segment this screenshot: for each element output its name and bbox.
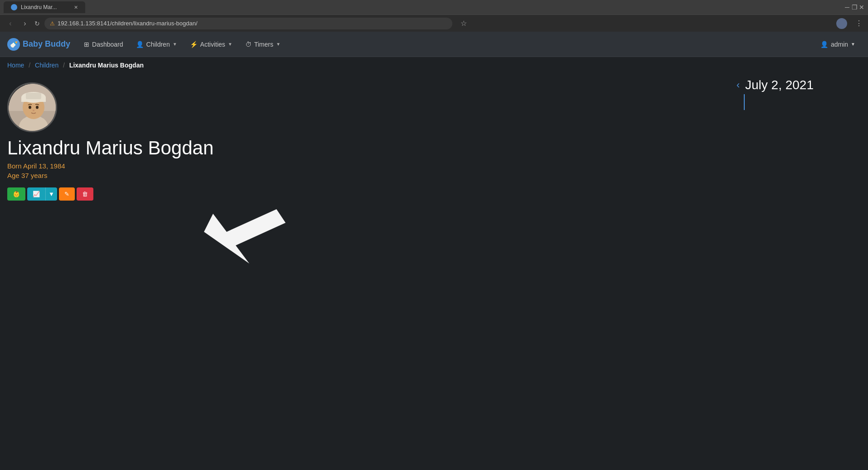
born-label: Born [7,162,22,170]
date-navigator: ‹ July 2, 2021 [737,78,814,110]
action-buttons: 👶 📈 ▼ ✎ 🗑 [7,187,213,201]
close-window-button[interactable]: ✕ [859,5,864,10]
back-button[interactable]: ‹ [5,19,15,29]
admin-user-icon: 👤 [820,41,828,48]
pointer-arrow [204,200,295,273]
timers-nav-icon: ⏱ [245,41,252,48]
edit-icon: ✎ [64,191,69,197]
activities-nav-icon: ⚡ [190,41,198,48]
browser-chrome: Lixandru Mar... ✕ ─ ❐ ✕ ‹ › ↻ ⚠ 192.168.… [0,0,868,32]
nav-dashboard[interactable]: ⊞ Dashboard [78,32,130,57]
child-avatar [7,82,57,132]
date-cursor [744,94,745,110]
address-bar: ‹ › ↻ ⚠ 192.168.1.135:8141/children/lixa… [0,14,868,32]
child-born: Born April 13, 1984 [7,162,213,170]
refresh-button[interactable]: ↻ [34,20,40,27]
breadcrumb-home[interactable]: Home [7,62,24,69]
stats-button-group: 📈 ▼ [27,187,57,201]
stats-dropdown-button[interactable]: ▼ [45,187,57,201]
children-nav-icon: 👤 [136,41,144,48]
app-navbar: 🍼 Baby Buddy ⊞ Dashboard 👤 Children ▼ ⚡ … [0,32,868,57]
security-icon: ⚠ [50,20,55,27]
browser-menu-button[interactable]: ⋮ [855,19,863,28]
dashboard-icon: ⊞ [84,41,89,48]
born-date: April 13, 1984 [23,162,65,170]
date-display: July 2, 2021 [745,78,814,92]
svg-rect-10 [26,93,41,99]
date-prev-button[interactable]: ‹ [737,79,740,91]
activities-caret-icon: ▼ [228,42,233,47]
age-label: Age [7,172,19,179]
profile-button[interactable] [836,18,847,29]
bookmark-button[interactable]: ☆ [461,19,467,28]
timers-caret-icon: ▼ [276,42,281,47]
main-content: Lixandru Marius Bogdan Born April 13, 19… [0,73,868,210]
forward-button[interactable]: › [20,19,30,29]
breadcrumb-children[interactable]: Children [35,62,58,69]
maximize-button[interactable]: ❐ [852,5,857,10]
svg-point-9 [33,110,34,111]
brand-text: Baby Buddy [23,39,70,49]
tab-close-button[interactable]: ✕ [74,5,78,10]
arrow-overlay [204,200,295,274]
admin-menu-button[interactable]: 👤 admin ▼ [815,41,861,48]
admin-caret-icon: ▼ [851,42,855,47]
window-controls: ─ ❐ ✕ [844,5,864,10]
nav-activities-label: Activities [200,41,225,48]
svg-marker-11 [204,209,286,264]
date-nav-header: ‹ July 2, 2021 [737,78,814,92]
delete-button[interactable]: 🗑 [77,187,93,201]
add-activity-icon: 👶 [13,191,20,197]
svg-point-8 [36,106,39,109]
breadcrumb-sep-1: / [29,62,30,69]
admin-label: admin [831,41,848,48]
title-bar: Lixandru Mar... ✕ ─ ❐ ✕ [0,0,868,14]
navbar-right: 👤 admin ▼ [815,41,861,48]
nav-timers[interactable]: ⏱ Timers ▼ [239,32,287,57]
breadcrumb-sep-2: / [63,62,65,69]
brand-buddy: Buddy [45,39,70,48]
nav-timers-label: Timers [254,41,273,48]
child-age: Age 37 years [7,172,213,179]
minimize-button[interactable]: ─ [844,5,850,10]
url-input[interactable]: ⚠ 192.168.1.135:8141/children/lixandru-m… [44,18,452,29]
children-caret-icon: ▼ [173,42,177,47]
brand-baby: Baby [23,39,43,48]
delete-icon: 🗑 [82,191,88,197]
stats-caret-icon: ▼ [48,191,54,197]
brand-icon: 🍼 [7,38,20,51]
nav-children-label: Children [146,41,170,48]
age-value: 37 years [21,172,48,179]
nav-activities[interactable]: ⚡ Activities ▼ [184,32,239,57]
nav-dashboard-label: Dashboard [92,41,123,48]
brand-logo[interactable]: 🍼 Baby Buddy [7,38,70,51]
stats-button[interactable]: 📈 [27,187,45,201]
child-profile: Lixandru Marius Bogdan Born April 13, 19… [7,82,213,201]
edit-button[interactable]: ✎ [59,187,75,201]
breadcrumb-current: Lixandru Marius Bogdan [69,62,144,69]
breadcrumb: Home / Children / Lixandru Marius Bogdan [0,57,868,73]
stats-icon: 📈 [33,191,40,197]
svg-point-7 [29,106,31,109]
tab-favicon [11,4,17,10]
child-name: Lixandru Marius Bogdan [7,138,213,158]
tab-title: Lixandru Mar... [21,4,57,10]
nav-children[interactable]: 👤 Children ▼ [130,32,184,57]
url-text: 192.168.1.135:8141/children/lixandru-mar… [58,20,198,27]
add-activity-button[interactable]: 👶 [7,187,25,201]
browser-tab[interactable]: Lixandru Mar... ✕ [4,1,85,13]
